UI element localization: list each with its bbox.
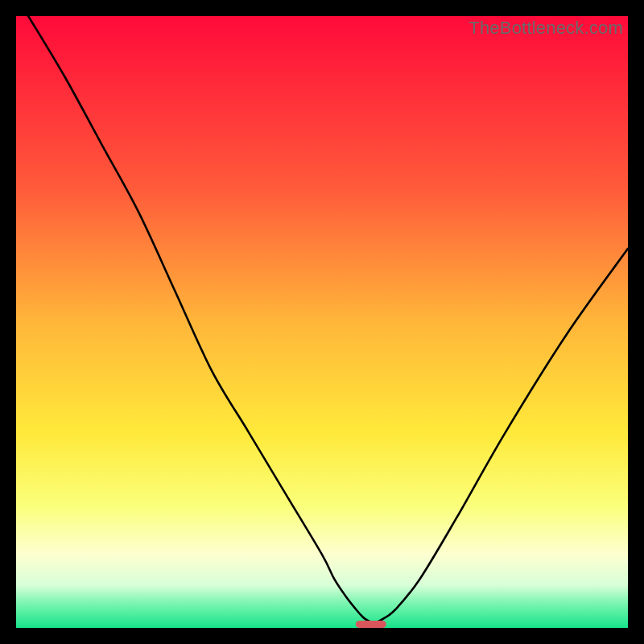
optimal-marker <box>356 621 386 628</box>
chart-frame: TheBottleneck.com <box>16 16 628 628</box>
watermark-text: TheBottleneck.com <box>469 18 623 39</box>
bottleneck-chart <box>16 16 628 628</box>
gradient-background <box>16 16 628 628</box>
